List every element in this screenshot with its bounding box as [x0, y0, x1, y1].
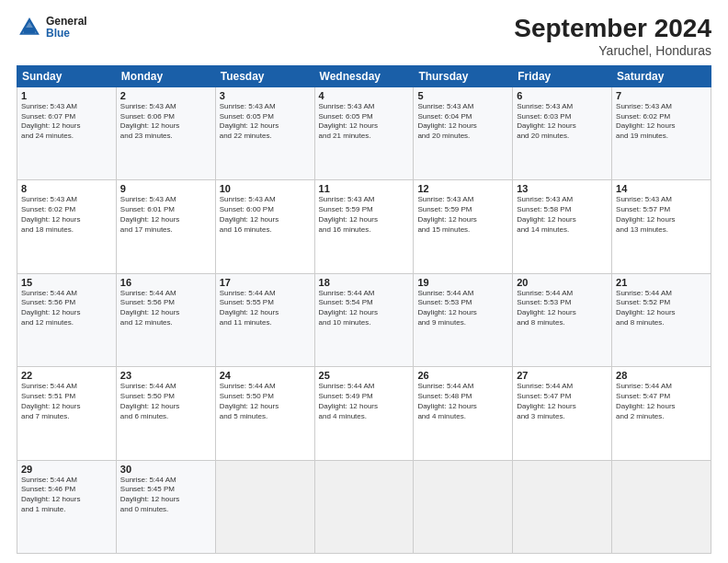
day-number: 27: [517, 370, 608, 381]
calendar-cell: 29Sunrise: 5:44 AM Sunset: 5:46 PM Dayli…: [17, 460, 117, 553]
logo: General Blue: [17, 15, 87, 40]
week-row-4: 22Sunrise: 5:44 AM Sunset: 5:51 PM Dayli…: [17, 367, 711, 460]
calendar-cell: 10Sunrise: 5:43 AM Sunset: 6:00 PM Dayli…: [215, 180, 314, 273]
cell-info: Sunrise: 5:43 AM Sunset: 5:59 PM Dayligh…: [319, 195, 410, 235]
cell-info: Sunrise: 5:44 AM Sunset: 5:56 PM Dayligh…: [120, 289, 211, 328]
header: General Blue September 2024 Yaruchel, Ho…: [17, 15, 711, 58]
cell-info: Sunrise: 5:43 AM Sunset: 6:07 PM Dayligh…: [21, 102, 112, 142]
cell-info: Sunrise: 5:43 AM Sunset: 6:05 PM Dayligh…: [319, 102, 410, 142]
day-number: 7: [616, 90, 707, 101]
calendar-cell: 26Sunrise: 5:44 AM Sunset: 5:48 PM Dayli…: [414, 367, 513, 460]
day-number: 6: [517, 90, 608, 101]
calendar-cell: 27Sunrise: 5:44 AM Sunset: 5:47 PM Dayli…: [513, 367, 612, 460]
col-header-friday: Friday: [513, 65, 612, 86]
cell-info: Sunrise: 5:44 AM Sunset: 5:46 PM Dayligh…: [21, 476, 112, 515]
logo-text: General Blue: [46, 16, 87, 40]
cell-info: Sunrise: 5:43 AM Sunset: 6:01 PM Dayligh…: [120, 195, 211, 235]
day-number: 19: [417, 277, 508, 288]
day-number: 21: [616, 277, 707, 288]
cell-info: Sunrise: 5:44 AM Sunset: 5:50 PM Dayligh…: [120, 382, 211, 421]
calendar-cell: 21Sunrise: 5:44 AM Sunset: 5:52 PM Dayli…: [612, 273, 711, 366]
svg-rect-2: [24, 28, 35, 33]
cell-info: Sunrise: 5:44 AM Sunset: 5:45 PM Dayligh…: [120, 476, 211, 515]
calendar-cell: 5Sunrise: 5:43 AM Sunset: 6:04 PM Daylig…: [414, 86, 513, 179]
calendar-cell: 20Sunrise: 5:44 AM Sunset: 5:53 PM Dayli…: [513, 273, 612, 366]
cell-info: Sunrise: 5:43 AM Sunset: 5:59 PM Dayligh…: [417, 195, 508, 235]
cell-info: Sunrise: 5:44 AM Sunset: 5:52 PM Dayligh…: [616, 289, 707, 328]
cell-info: Sunrise: 5:43 AM Sunset: 6:02 PM Dayligh…: [21, 195, 112, 235]
day-number: 12: [417, 183, 508, 194]
calendar-cell: 3Sunrise: 5:43 AM Sunset: 6:05 PM Daylig…: [215, 86, 314, 179]
day-number: 23: [120, 370, 211, 381]
calendar-cell: 22Sunrise: 5:44 AM Sunset: 5:51 PM Dayli…: [17, 367, 117, 460]
cell-info: Sunrise: 5:44 AM Sunset: 5:53 PM Dayligh…: [417, 289, 508, 328]
location: Yaruchel, Honduras: [514, 43, 711, 58]
day-number: 10: [220, 183, 311, 194]
col-header-saturday: Saturday: [612, 65, 711, 86]
day-number: 14: [616, 183, 707, 194]
day-number: 17: [220, 277, 311, 288]
day-number: 1: [21, 90, 112, 101]
calendar-cell: 8Sunrise: 5:43 AM Sunset: 6:02 PM Daylig…: [17, 180, 117, 273]
calendar-cell: 24Sunrise: 5:44 AM Sunset: 5:50 PM Dayli…: [215, 367, 314, 460]
logo-icon: [17, 15, 42, 40]
calendar-cell: 7Sunrise: 5:43 AM Sunset: 6:02 PM Daylig…: [612, 86, 711, 179]
col-header-tuesday: Tuesday: [215, 65, 314, 86]
page: General Blue September 2024 Yaruchel, Ho…: [0, 0, 728, 563]
calendar-cell: [414, 460, 513, 553]
calendar-cell: 13Sunrise: 5:43 AM Sunset: 5:58 PM Dayli…: [513, 180, 612, 273]
day-number: 15: [21, 277, 112, 288]
cell-info: Sunrise: 5:44 AM Sunset: 5:55 PM Dayligh…: [220, 289, 311, 328]
calendar-cell: 16Sunrise: 5:44 AM Sunset: 5:56 PM Dayli…: [116, 273, 215, 366]
month-title: September 2024: [514, 15, 711, 43]
day-number: 25: [319, 370, 410, 381]
day-number: 13: [517, 183, 608, 194]
cell-info: Sunrise: 5:44 AM Sunset: 5:49 PM Dayligh…: [319, 382, 410, 421]
week-row-5: 29Sunrise: 5:44 AM Sunset: 5:46 PM Dayli…: [17, 460, 711, 553]
col-header-sunday: Sunday: [17, 65, 117, 86]
calendar-table: SundayMondayTuesdayWednesdayThursdayFrid…: [17, 65, 711, 554]
day-number: 18: [319, 277, 410, 288]
cell-info: Sunrise: 5:43 AM Sunset: 6:04 PM Dayligh…: [417, 102, 508, 142]
calendar-cell: 17Sunrise: 5:44 AM Sunset: 5:55 PM Dayli…: [215, 273, 314, 366]
day-number: 20: [517, 277, 608, 288]
cell-info: Sunrise: 5:44 AM Sunset: 5:50 PM Dayligh…: [220, 382, 311, 421]
calendar-cell: 4Sunrise: 5:43 AM Sunset: 6:05 PM Daylig…: [314, 86, 414, 179]
col-header-monday: Monday: [116, 65, 215, 86]
calendar-cell: 19Sunrise: 5:44 AM Sunset: 5:53 PM Dayli…: [414, 273, 513, 366]
day-number: 24: [220, 370, 311, 381]
calendar-cell: 2Sunrise: 5:43 AM Sunset: 6:06 PM Daylig…: [116, 86, 215, 179]
calendar-cell: 30Sunrise: 5:44 AM Sunset: 5:45 PM Dayli…: [116, 460, 215, 553]
cell-info: Sunrise: 5:44 AM Sunset: 5:47 PM Dayligh…: [517, 382, 608, 421]
calendar-cell: 12Sunrise: 5:43 AM Sunset: 5:59 PM Dayli…: [414, 180, 513, 273]
cell-info: Sunrise: 5:43 AM Sunset: 6:05 PM Dayligh…: [220, 102, 311, 142]
day-number: 9: [120, 183, 211, 194]
day-number: 3: [220, 90, 311, 101]
col-header-wednesday: Wednesday: [314, 65, 414, 86]
calendar-cell: 14Sunrise: 5:43 AM Sunset: 5:57 PM Dayli…: [612, 180, 711, 273]
cell-info: Sunrise: 5:43 AM Sunset: 6:06 PM Dayligh…: [120, 102, 211, 142]
calendar-cell: 6Sunrise: 5:43 AM Sunset: 6:03 PM Daylig…: [513, 86, 612, 179]
day-number: 5: [417, 90, 508, 101]
cell-info: Sunrise: 5:43 AM Sunset: 6:02 PM Dayligh…: [616, 102, 707, 142]
cell-info: Sunrise: 5:43 AM Sunset: 6:03 PM Dayligh…: [517, 102, 608, 142]
day-number: 2: [120, 90, 211, 101]
week-row-2: 8Sunrise: 5:43 AM Sunset: 6:02 PM Daylig…: [17, 180, 711, 273]
calendar-cell: 23Sunrise: 5:44 AM Sunset: 5:50 PM Dayli…: [116, 367, 215, 460]
calendar-cell: 25Sunrise: 5:44 AM Sunset: 5:49 PM Dayli…: [314, 367, 414, 460]
calendar-cell: 9Sunrise: 5:43 AM Sunset: 6:01 PM Daylig…: [116, 180, 215, 273]
day-number: 4: [319, 90, 410, 101]
calendar-cell: [314, 460, 414, 553]
day-number: 29: [21, 464, 112, 475]
day-number: 16: [120, 277, 211, 288]
header-row: SundayMondayTuesdayWednesdayThursdayFrid…: [17, 65, 711, 86]
cell-info: Sunrise: 5:44 AM Sunset: 5:53 PM Dayligh…: [517, 289, 608, 328]
col-header-thursday: Thursday: [414, 65, 513, 86]
calendar-cell: 18Sunrise: 5:44 AM Sunset: 5:54 PM Dayli…: [314, 273, 414, 366]
logo-blue: Blue: [46, 28, 87, 40]
cell-info: Sunrise: 5:43 AM Sunset: 5:57 PM Dayligh…: [616, 195, 707, 235]
calendar-cell: 28Sunrise: 5:44 AM Sunset: 5:47 PM Dayli…: [612, 367, 711, 460]
cell-info: Sunrise: 5:44 AM Sunset: 5:54 PM Dayligh…: [319, 289, 410, 328]
week-row-1: 1Sunrise: 5:43 AM Sunset: 6:07 PM Daylig…: [17, 86, 711, 179]
cell-info: Sunrise: 5:44 AM Sunset: 5:47 PM Dayligh…: [616, 382, 707, 421]
